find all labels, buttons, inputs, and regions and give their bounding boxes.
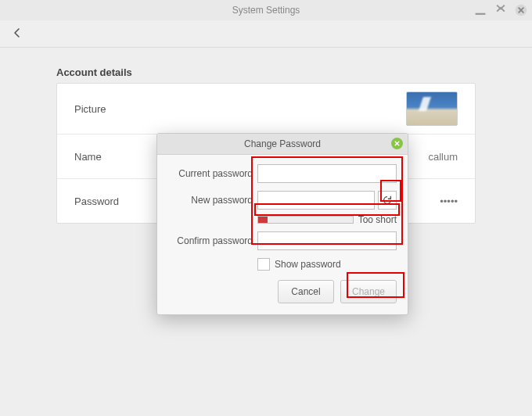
settings-window: System Settings Account details Picture …: [0, 0, 532, 416]
dialog-button-row: Cancel Change: [168, 280, 397, 303]
dialog-close-icon[interactable]: [391, 138, 403, 149]
close-icon[interactable]: [515, 4, 527, 16]
titlebar: System Settings: [0, 0, 532, 20]
cancel-button[interactable]: Cancel: [278, 280, 334, 303]
current-password-label: Current password: [168, 168, 253, 179]
change-password-dialog: Change Password Current password New pas…: [156, 133, 408, 315]
back-arrow-icon[interactable]: [11, 27, 23, 41]
dialog-titlebar: Change Password: [157, 134, 408, 155]
password-strength-row: Too short: [168, 214, 397, 225]
window-title: System Settings: [232, 5, 300, 16]
dialog-title: Change Password: [244, 138, 321, 149]
current-password-row: Current password: [168, 164, 397, 183]
minimize-icon[interactable]: [474, 4, 487, 16]
name-label: Name: [74, 151, 102, 163]
toolbar: [0, 20, 532, 48]
generate-password-button[interactable]: [378, 191, 397, 210]
refresh-icon: [382, 195, 393, 206]
maximize-icon[interactable]: [494, 4, 507, 16]
name-value: callum: [428, 151, 458, 163]
picture-label: Picture: [74, 103, 106, 115]
section-title: Account details: [56, 66, 476, 78]
password-strength-meter: [257, 216, 354, 224]
new-password-row: New password: [168, 191, 397, 210]
avatar[interactable]: [406, 91, 458, 126]
new-password-label: New password: [168, 195, 253, 206]
change-button[interactable]: Change: [340, 280, 397, 303]
row-picture[interactable]: Picture: [57, 84, 475, 134]
new-password-input[interactable]: [257, 191, 375, 210]
dialog-body: Current password New password: [157, 155, 408, 314]
show-password-checkbox[interactable]: [257, 258, 270, 271]
password-value: •••••: [440, 195, 458, 207]
confirm-password-row: Confirm password: [168, 231, 397, 250]
current-password-input[interactable]: [257, 164, 397, 183]
confirm-password-input[interactable]: [257, 231, 397, 250]
show-password-row: Show password: [168, 258, 397, 271]
password-label: Password: [74, 195, 119, 207]
confirm-password-label: Confirm password: [168, 235, 253, 246]
window-controls: [474, 0, 527, 20]
show-password-label: Show password: [275, 259, 341, 270]
password-strength-label: Too short: [358, 214, 397, 225]
